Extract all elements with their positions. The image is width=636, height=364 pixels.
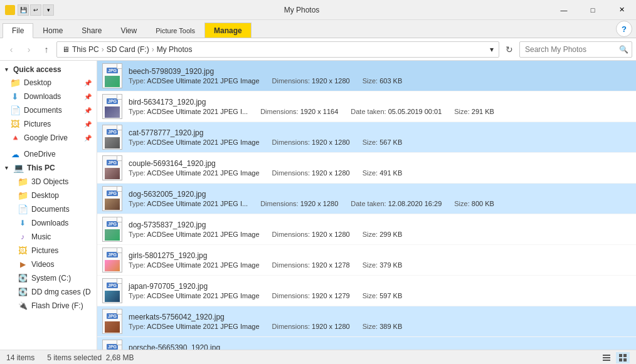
title-bar: 💾 ↩ ▾ My Photos — □ ✕ [0, 0, 636, 20]
ribbon-tab-bar: File Home Share View Picture Tools Manag… [0, 20, 636, 38]
table-row[interactable]: JPG couple-5693164_1920.jpg Type: ACDSee… [97, 153, 636, 184]
sidebar-item-desktop2[interactable]: 📁 Desktop [0, 189, 97, 202]
table-row[interactable]: JPG girls-5801275_1920.jpg Type: ACDSee … [97, 245, 636, 276]
sidebar-item-documents2[interactable]: 📄 Documents [0, 202, 97, 216]
svg-rect-10 [623, 358, 627, 361]
large-icons-view-button[interactable] [616, 352, 630, 363]
tab-manage[interactable]: Manage [204, 23, 252, 38]
address-path[interactable]: 🖥 This PC › SD Card (F:) › My Photos ▾ [56, 41, 499, 58]
sidebar-item-3d-objects[interactable]: 📁 3D Objects [0, 175, 97, 189]
sidebar-item-downloads[interactable]: ⬇ Downloads 📌 [0, 90, 97, 103]
sidebar-item-music[interactable]: ♪ Music [0, 230, 97, 244]
file-thumbnail: JPG [102, 186, 122, 211]
sidebar-item-documents[interactable]: 📄 Documents 📌 [0, 103, 97, 117]
sidebar-item-label: Downloads [31, 219, 68, 227]
file-dims: Dimensions: 1920 x 1279 [272, 292, 350, 299]
table-row[interactable]: JPG meerkats-5756042_1920.jpg Type: ACDS… [97, 306, 636, 337]
help-button[interactable]: ? [616, 21, 632, 37]
file-name: dog-5632005_1920.jpg [129, 190, 631, 199]
table-row[interactable]: JPG bird-5634173_1920.jpg Type: ACDSee U… [97, 91, 636, 122]
sidebar-item-google-drive[interactable]: 🔺 Google Drive 📌 [0, 131, 97, 145]
file-meta: Type: ACDSee Ultimate 2021 JPEG Image Di… [129, 261, 631, 269]
minimize-button[interactable]: — [549, 0, 578, 20]
sidebar-quick-access[interactable]: ▾ Quick access [0, 63, 97, 76]
file-thumbnail: JPG [102, 155, 122, 180]
sidebar-item-desktop[interactable]: 📁 Desktop 📌 [0, 76, 97, 90]
customize-button[interactable]: ▾ [43, 4, 54, 16]
file-dims: Dimensions: 1920 x 1280 [272, 231, 350, 238]
search-icon: 🔍 [619, 45, 628, 54]
sidebar-item-label: OneDrive [24, 150, 56, 159]
sidebar-item-label: Documents [24, 106, 62, 115]
path-sd-card[interactable]: SD Card (F:) [107, 45, 149, 54]
table-row[interactable]: JPG dog-5735837_1920.jpg Type: ACDSee Ul… [97, 214, 636, 245]
pc-icon: 💻 [13, 163, 23, 173]
sidebar-item-flash-drive[interactable]: 🔌 Flash Drive (F:) [0, 299, 97, 313]
sidebar-item-downloads2[interactable]: ⬇ Downloads [0, 216, 97, 230]
sidebar-item-label: Videos [31, 260, 54, 269]
pin-icon: 📌 [84, 93, 92, 100]
sidebar-item-dd-dmg[interactable]: 💽 DD dmg cases (D [0, 285, 97, 299]
sidebar-item-pictures2[interactable]: 🖼 Pictures [0, 244, 97, 257]
file-meta: Type: ACDSee Ultimate 2021 JPEG Image Di… [129, 169, 631, 177]
file-thumbnail: JPG [102, 63, 122, 88]
close-button[interactable]: ✕ [607, 0, 636, 20]
svg-rect-2 [7, 11, 9, 13]
undo-button[interactable]: ↩ [30, 4, 41, 16]
file-type: Type: ACDSee Ultimate 2021 JPEG Image [129, 169, 260, 177]
file-dims: Dimensions: 1920 x 1280 [272, 323, 350, 330]
pin-icon: 📌 [84, 107, 92, 114]
file-dims: Dimensions: 1920 x 1280 [272, 169, 350, 177]
path-this-pc[interactable]: This PC [72, 45, 99, 54]
svg-rect-4 [603, 355, 610, 356]
sidebar-item-label: Desktop [24, 78, 51, 87]
save-button[interactable]: 💾 [18, 4, 29, 16]
tab-home[interactable]: Home [33, 23, 72, 38]
path-my-photos[interactable]: My Photos [157, 45, 193, 54]
sidebar-item-label: Desktop [31, 191, 59, 200]
pin-icon: 📌 [84, 121, 92, 128]
sidebar-item-pictures[interactable]: 🖼 Pictures 📌 [0, 117, 97, 131]
search-input[interactable] [519, 41, 632, 58]
svg-rect-6 [603, 360, 610, 361]
table-row[interactable]: JPG japan-970705_1920.jpg Type: ACDSee U… [97, 276, 636, 306]
tab-view[interactable]: View [111, 23, 146, 38]
system-c-icon: 💽 [18, 273, 28, 283]
file-name: beech-5798039_1920.jpg [129, 67, 631, 76]
back-button[interactable]: ‹ [4, 42, 19, 57]
file-meta: Type: ACDSee Ultimate 2021 JPEG Image Di… [129, 231, 631, 238]
documents-icon: 📄 [10, 105, 20, 115]
table-row[interactable]: JPG beech-5798039_1920.jpg Type: ACDSee … [97, 61, 636, 91]
file-name: cat-5778777_1920.jpg [129, 128, 631, 137]
path-dropdown-icon[interactable]: ▾ [490, 45, 494, 54]
desktop2-icon: 📁 [18, 190, 28, 200]
tab-picture-tools[interactable]: Picture Tools [146, 23, 204, 38]
tab-share[interactable]: Share [72, 23, 111, 38]
file-thumbnail: JPG [102, 278, 122, 303]
refresh-button[interactable]: ↻ [502, 42, 517, 57]
file-info: dog-5632005_1920.jpg Type: ACDSee Ultima… [129, 190, 631, 207]
table-row[interactable]: JPG cat-5778777_1920.jpg Type: ACDSee Ul… [97, 122, 636, 153]
details-view-button[interactable] [600, 352, 613, 363]
forward-button[interactable]: › [21, 42, 36, 57]
sidebar-item-system-c[interactable]: 💽 System (C:) [0, 271, 97, 285]
file-size: Size: 603 KB [363, 77, 403, 85]
up-button[interactable]: ↑ [39, 42, 54, 57]
downloads-icon: ⬇ [10, 91, 20, 101]
file-name: couple-5693164_1920.jpg [129, 159, 631, 168]
file-type: Type: ACDSee Ultimate 2021 JPEG Image [129, 261, 260, 269]
tab-file[interactable]: File [3, 23, 33, 38]
sidebar-item-videos[interactable]: ▶ Videos [0, 257, 97, 271]
file-dims: Dimensions: 1920 x 1164 [260, 108, 338, 115]
path-icon: 🖥 [62, 45, 70, 54]
maximize-button[interactable]: □ [578, 0, 607, 20]
quick-access-section: ▾ Quick access 📁 Desktop 📌 ⬇ Downloads 📌… [0, 63, 97, 145]
table-row[interactable]: JPG dog-5632005_1920.jpg Type: ACDSee Ul… [97, 184, 636, 214]
table-row[interactable]: JPG porsche-5665390_1920.jpg Type: ACDSe… [97, 337, 636, 350]
sidebar-item-this-pc[interactable]: ▾ 💻 This PC [0, 161, 97, 175]
file-info: japan-970705_1920.jpg Type: ACDSee Ultim… [129, 282, 631, 299]
sidebar-item-label: DD dmg cases (D [31, 288, 91, 296]
file-info: beech-5798039_1920.jpg Type: ACDSee Ulti… [129, 67, 631, 85]
sidebar-item-label: Music [31, 232, 51, 241]
sidebar-item-onedrive[interactable]: ☁ OneDrive [0, 147, 97, 161]
